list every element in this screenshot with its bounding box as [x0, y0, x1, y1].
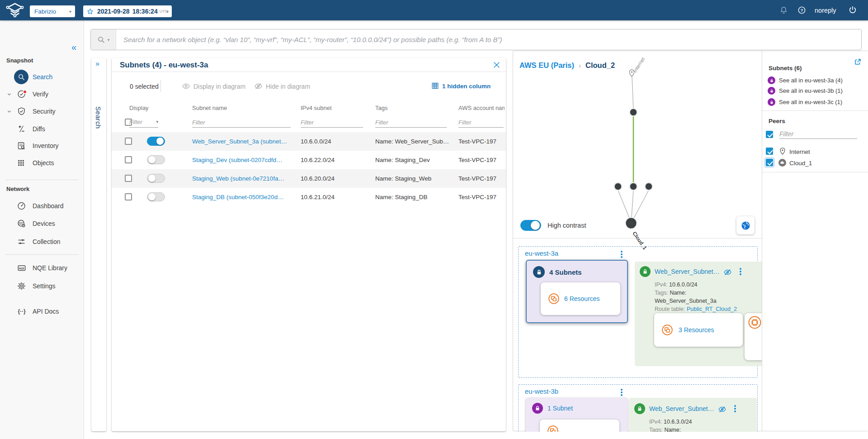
kebab-menu-icon[interactable] — [731, 404, 739, 413]
search-input[interactable] — [116, 29, 861, 50]
resources-card[interactable] — [540, 420, 619, 432]
network-node[interactable] — [614, 183, 622, 191]
username: noreply — [815, 7, 836, 14]
subnet-name-link[interactable]: Staging_Dev (subnet-0207cdfd… — [192, 151, 295, 169]
high-contrast-toggle[interactable] — [520, 220, 541, 231]
filter-input-tags[interactable] — [375, 118, 447, 128]
eye-off-icon[interactable] — [723, 268, 732, 277]
star-icon[interactable] — [86, 8, 94, 15]
display-toggle[interactable] — [147, 155, 165, 164]
expand-panel-icon[interactable]: » — [95, 60, 99, 68]
hidden-column-button[interactable]: 1 hidden column — [442, 83, 491, 90]
popout-panel-icon[interactable] — [854, 57, 862, 66]
subnet-name-link[interactable]: Staging_DB (subnet-050f3e20d… — [192, 188, 295, 206]
resources-card[interactable]: 3 Resources — [654, 313, 743, 347]
sidebar-item-inventory[interactable]: Inventory — [0, 138, 84, 153]
col-header-subnet-name: Subnet name — [192, 105, 227, 111]
divider — [5, 254, 79, 255]
resources-link[interactable]: 3 Resources — [679, 326, 714, 334]
close-icon[interactable] — [492, 61, 501, 69]
help-icon[interactable] — [797, 6, 806, 14]
sidebar-item-settings[interactable]: Settings — [0, 279, 84, 293]
display-toggle[interactable] — [147, 137, 165, 146]
subnet-name-link[interactable]: Staging_Web (subnet-0e7210fa… — [192, 169, 295, 188]
globe-view-button[interactable] — [736, 216, 755, 234]
subnets-count-link[interactable]: 1 Subnet — [547, 405, 573, 412]
peers-filter-input[interactable] — [779, 129, 857, 139]
nqe-icon — [17, 263, 27, 273]
row-checkbox[interactable] — [125, 138, 132, 145]
zone-name[interactable]: eu-west-3b — [525, 387, 558, 395]
table-row[interactable]: Web_Server_Subnet_3a (subnet… 10.6.0.0/2… — [112, 132, 506, 151]
collapsed-search-panel-tab[interactable]: » Search — [91, 58, 106, 431]
sidebar-item-diffs[interactable]: Diffs — [0, 122, 84, 136]
subnet-card-title[interactable]: Web_Server_Subnet_… — [649, 405, 716, 412]
kebab-menu-icon[interactable] — [737, 267, 744, 276]
row-checkbox[interactable] — [125, 175, 132, 182]
topology-canvas[interactable] — [513, 51, 762, 238]
sidebar-item-security[interactable]: Security — [0, 104, 84, 119]
subnet-name-link[interactable]: Web_Server_Subnet_3a (subnet… — [192, 132, 295, 151]
sidebar-item-search[interactable]: Search — [0, 70, 84, 84]
see-all-link[interactable]: See all in eu-west-3b (1) — [768, 87, 843, 95]
subnet-card-web-server[interactable]: Web_Server_Subnet_… IPv4: 10.6.3.0/24 Ta… — [629, 398, 757, 432]
peers-select-all-checkbox[interactable] — [766, 131, 773, 138]
search-mode-dropdown[interactable]: ▾ — [91, 29, 116, 50]
route-table-link[interactable]: Public_RT_Cloud_2 — [687, 306, 737, 312]
filter-input-aws-account[interactable] — [458, 118, 504, 128]
subnets-stack-card[interactable]: 4 Subnets 6 Resources — [526, 260, 628, 323]
sidebar-item-api-docs[interactable]: API Docs — [0, 304, 84, 319]
sidebar-item-dashboard[interactable]: Dashboard — [0, 199, 84, 213]
network-node[interactable] — [630, 109, 637, 116]
username-menu[interactable]: noreply — [815, 0, 836, 20]
display-toggle[interactable] — [147, 174, 165, 183]
kebab-menu-icon[interactable] — [618, 388, 625, 397]
collapse-sidebar-icon[interactable]: « — [71, 42, 76, 52]
cloud-peer-node[interactable] — [626, 218, 637, 229]
sidebar-item-devices[interactable]: Devices — [0, 216, 84, 231]
subnet-card-title[interactable]: Web_Server_Subnet_… — [655, 268, 722, 275]
display-filter-dropdown[interactable]: Filter ▾ — [129, 118, 158, 128]
sidebar-item-collection[interactable]: Collection — [0, 234, 84, 249]
sidebar-item-verify[interactable]: Verify — [0, 87, 84, 101]
peer-label-cloud1: Cloud_1 — [789, 160, 812, 167]
table-row[interactable]: Staging_Web (subnet-0e7210fa… 10.6.20.0/… — [112, 169, 506, 188]
kebab-menu-icon[interactable] — [618, 250, 625, 259]
zone-name[interactable]: eu-west-3a — [525, 249, 558, 257]
snapshot-selector[interactable]: 2021-09-28 18:36:24 UTC ▾ — [83, 5, 172, 17]
see-all-link[interactable]: See all in eu-west-3a (4) — [768, 76, 843, 84]
app-logo-icon[interactable] — [5, 2, 24, 18]
row-checkbox[interactable] — [125, 193, 132, 200]
sidebar-item-nqe-library[interactable]: NQE Library — [0, 261, 84, 275]
sidebar-item-objects[interactable]: Objects — [0, 156, 84, 170]
network-node[interactable] — [645, 183, 653, 191]
ipv4-cell: 10.6.20.0/24 — [301, 169, 368, 188]
resources-link[interactable]: 6 Resources — [564, 295, 600, 302]
filter-input-subnet-name[interactable] — [192, 118, 291, 128]
subnet-card-web-server[interactable]: Web_Server_Subnet_… IPv4: 10.6.0.0/24 Ta… — [635, 262, 762, 366]
peer-checkbox-cloud1[interactable] — [766, 159, 773, 166]
filter-input-ipv4[interactable] — [301, 118, 363, 128]
ipv4-cell: 10.6.0.0/24 — [301, 132, 368, 151]
network-selector[interactable]: Fabrizio ▾ — [30, 5, 75, 17]
subnet-card-details: IPv4: 10.6.0.0/24 Tags: Name: Web_Server… — [655, 281, 737, 313]
row-checkbox[interactable] — [125, 156, 132, 163]
notifications-bell-icon[interactable] — [779, 6, 788, 14]
hide-in-diagram-button[interactable]: Hide in diagram — [266, 83, 310, 90]
peer-checkbox-internet[interactable] — [766, 148, 773, 155]
eye-off-icon[interactable] — [718, 405, 726, 414]
table-row[interactable]: Staging_Dev (subnet-0207cdfd… 10.6.22.0/… — [112, 151, 506, 169]
see-all-link[interactable]: See all in eu-west-3c (1) — [768, 98, 842, 106]
display-toggle[interactable] — [147, 192, 165, 201]
network-node[interactable] — [630, 183, 637, 191]
peer-label-internet: Internet — [789, 148, 810, 155]
vertical-tab-label: Search — [94, 106, 102, 129]
display-in-diagram-button[interactable]: Display in diagram — [193, 83, 245, 90]
resources-card[interactable]: 6 Resources — [541, 282, 620, 315]
divider — [5, 180, 79, 180]
subnets-stack-card[interactable]: 1 Subnet — [526, 398, 628, 432]
instance-card[interactable] — [745, 313, 762, 360]
aws-account-cell: Test-VPC-197 — [458, 169, 506, 188]
table-row[interactable]: Staging_DB (subnet-050f3e20d… 10.6.21.0/… — [112, 188, 506, 206]
logout-power-icon[interactable] — [848, 5, 857, 14]
